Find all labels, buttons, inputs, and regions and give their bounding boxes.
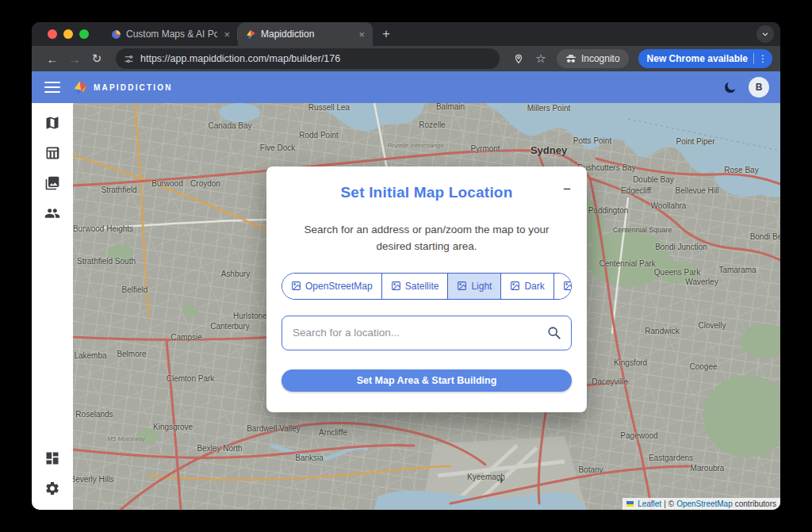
layer-option-dark[interactable]: Dark xyxy=(501,274,553,299)
map-label: Rozelle Interchange xyxy=(387,142,443,149)
tab-title: Custom Maps & AI Powered W xyxy=(126,29,217,40)
bookmark-star-icon[interactable]: ☆ xyxy=(531,52,550,66)
site-settings-icon xyxy=(124,54,134,64)
reload-button[interactable]: ↻ xyxy=(87,49,106,68)
map-tile-icon xyxy=(291,281,301,291)
sidebar-item-maps[interactable] xyxy=(44,114,61,132)
map-label: Kingsford xyxy=(614,358,647,367)
layer-option-stadia[interactable]: Stadia xyxy=(554,274,572,299)
tab-close-icon[interactable]: × xyxy=(222,29,232,40)
brand-name: MAPIDDICTION xyxy=(94,83,173,92)
more-menu-icon[interactable]: ⋮ xyxy=(753,53,768,64)
sidebar-item-tables[interactable] xyxy=(44,144,61,162)
map-label: Belfield xyxy=(122,285,148,294)
map-label: Waverley xyxy=(685,277,718,286)
map-tile-icon xyxy=(563,281,572,291)
map-label: Centennial Square xyxy=(613,226,672,234)
gear-icon xyxy=(44,480,60,496)
tab-close-icon[interactable]: × xyxy=(357,29,366,40)
tab-mapiddiction[interactable]: Mapiddiction × xyxy=(238,22,373,46)
map-label: Randwick xyxy=(645,327,679,335)
map-attribution: Leaflet | © OpenStreetMap contributors xyxy=(622,498,780,510)
map-canvas[interactable]: Russell LeaBalmainMillers PointCanada Ba… xyxy=(73,103,780,510)
collapse-button[interactable]: − xyxy=(563,182,571,196)
tab-custom-maps[interactable]: Custom Maps & AI Powered W × xyxy=(103,22,238,46)
menu-icon[interactable] xyxy=(44,82,60,93)
search-icon[interactable] xyxy=(547,326,561,343)
map-label: Kingsgrove xyxy=(153,423,193,431)
map-label: Woollahra xyxy=(651,201,687,210)
dark-mode-toggle[interactable] xyxy=(723,80,737,94)
attribution-separator: | xyxy=(664,499,666,508)
sidebar-item-settings[interactable] xyxy=(44,480,61,497)
layer-option-label: Light xyxy=(471,281,492,292)
layer-option-label: OpenStreetMap xyxy=(305,281,373,292)
sidebar xyxy=(32,103,73,510)
osm-link[interactable]: OpenStreetMap xyxy=(676,499,733,508)
zoom-window-button[interactable] xyxy=(79,29,89,39)
map-label: Beverly Hills xyxy=(73,475,114,484)
tab-overflow-button[interactable] xyxy=(756,25,774,43)
new-tab-button[interactable]: + xyxy=(373,22,400,46)
map-label: Ashbury xyxy=(221,270,251,278)
map-label: Burwood xyxy=(151,179,182,188)
update-chrome-label: New Chrome available xyxy=(647,53,748,64)
map-label: Rozelle xyxy=(419,121,445,129)
brand: MAPIDDICTION xyxy=(73,80,173,95)
map-label: Clemton Park xyxy=(167,374,215,383)
tab-favicon xyxy=(111,29,121,40)
map-label: Paddington xyxy=(588,206,629,215)
map-label: Burwood Heights xyxy=(73,224,133,233)
people-icon xyxy=(44,205,60,221)
map-label: Pagewood xyxy=(620,431,657,440)
avatar[interactable]: B xyxy=(749,77,769,98)
map-label: Belmore xyxy=(117,350,146,358)
search-input[interactable] xyxy=(282,316,572,350)
map-icon xyxy=(44,115,60,131)
location-icon[interactable] xyxy=(509,53,528,64)
layer-option-openstreetmap[interactable]: OpenStreetMap xyxy=(282,274,382,299)
map-label: Daceyville xyxy=(592,377,628,386)
layer-option-satellite[interactable]: Satellite xyxy=(382,274,449,299)
sidebar-item-collaborators[interactable] xyxy=(44,205,61,222)
map-label: Balmain xyxy=(436,103,465,111)
close-window-button[interactable] xyxy=(48,29,57,39)
browser-toolbar: ← → ↻ https://app.mapiddiction.com/map/b… xyxy=(32,46,780,71)
sidebar-item-dashboard[interactable] xyxy=(44,450,61,467)
browser-window: Custom Maps & AI Powered W × Mapiddictio… xyxy=(32,22,780,510)
set-map-area-button[interactable]: Set Map Area & Start Building xyxy=(282,369,572,392)
map-label: Botany xyxy=(578,465,603,474)
map-label: Tamarama xyxy=(718,266,756,274)
moon-icon xyxy=(723,80,737,94)
map-label: M5 Motorway xyxy=(107,435,145,442)
url-text: https://app.mapiddiction.com/map/builder… xyxy=(140,53,492,64)
sidebar-item-media[interactable] xyxy=(44,174,61,192)
back-button[interactable]: ← xyxy=(43,49,62,68)
app-header: MAPIDDICTION B xyxy=(32,71,780,103)
map-label: Canterbury xyxy=(210,322,249,331)
set-location-modal: Set Initial Map Location − Search for an… xyxy=(266,166,587,412)
map-tile-icon xyxy=(510,281,520,291)
layer-option-label: Dark xyxy=(524,281,544,292)
layer-option-light[interactable]: Light xyxy=(448,274,501,299)
forward-button[interactable]: → xyxy=(65,49,84,68)
map-label: Bondi Beach xyxy=(750,232,780,241)
tab-strip: Custom Maps & AI Powered W × Mapiddictio… xyxy=(32,22,780,46)
minimize-window-button[interactable] xyxy=(63,29,73,39)
map-label: Millers Point xyxy=(527,104,570,113)
tab-favicon xyxy=(246,29,256,40)
map-label: Strathfield South xyxy=(77,257,136,266)
map-label: Sydney xyxy=(530,144,567,156)
chevron-down-icon xyxy=(761,30,769,38)
attribution-copyright: © xyxy=(668,499,674,508)
map-label: Bardwell Valley xyxy=(247,424,301,433)
map-label: Arncliffe xyxy=(319,428,347,437)
tab-title: Mapiddiction xyxy=(261,29,352,40)
map-label: Rose Bay xyxy=(724,166,758,174)
map-label: Bexley North xyxy=(197,444,242,453)
modal-description: Search for an address or pan/zoom the ma… xyxy=(282,222,572,255)
leaflet-link[interactable]: Leaflet xyxy=(638,499,661,508)
map-label: Maroubra xyxy=(691,464,725,473)
address-bar[interactable]: https://app.mapiddiction.com/map/builder… xyxy=(116,48,500,69)
update-chrome-button[interactable]: New Chrome available ⋮ xyxy=(638,49,772,68)
